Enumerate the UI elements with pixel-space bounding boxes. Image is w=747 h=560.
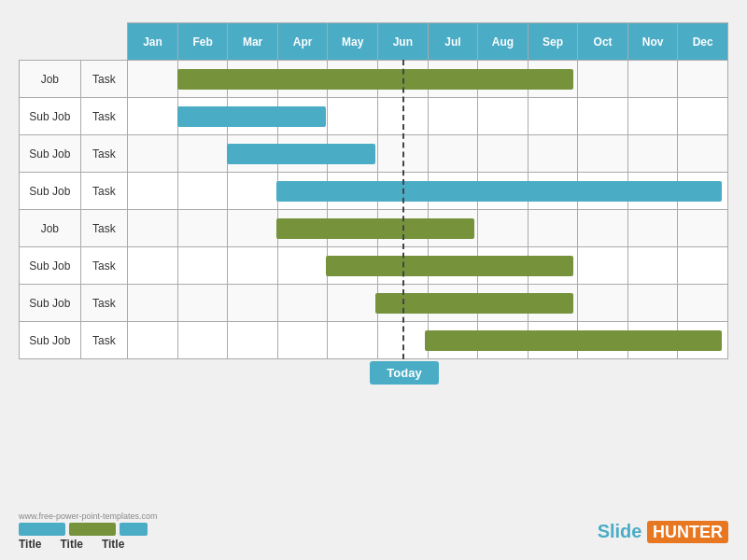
month-cell xyxy=(328,322,378,359)
footer: www.free-power-point-templates.com Title… xyxy=(19,511,728,551)
table-row: Sub JobTask xyxy=(20,285,728,322)
month-cell xyxy=(128,98,178,135)
month-cell xyxy=(378,285,429,322)
month-cell xyxy=(378,98,429,135)
month-cell xyxy=(428,61,478,98)
month-cell xyxy=(678,98,728,135)
job-label: Sub Job xyxy=(20,247,81,285)
month-cell xyxy=(478,285,529,322)
month-cell xyxy=(428,285,478,322)
month-cell xyxy=(578,61,628,98)
month-cell xyxy=(128,135,178,173)
month-cell xyxy=(478,210,529,247)
month-cell xyxy=(378,135,429,173)
month-cell xyxy=(528,285,578,322)
month-cell xyxy=(228,210,278,247)
month-jul: Jul xyxy=(428,23,478,61)
job-label: Sub Job xyxy=(20,135,81,173)
month-cell xyxy=(678,322,728,359)
month-cell xyxy=(528,61,578,98)
month-cell xyxy=(177,322,228,359)
today-button-area: Today xyxy=(19,361,728,391)
brand-slide: Slide xyxy=(598,521,642,541)
table-row: JobTask xyxy=(20,61,728,98)
month-cell xyxy=(378,210,429,247)
month-cell xyxy=(177,61,228,98)
header-empty2 xyxy=(80,23,128,61)
month-cell xyxy=(328,247,378,285)
job-label: Job xyxy=(20,210,81,247)
month-cell xyxy=(528,135,578,173)
month-jan: Jan xyxy=(128,23,178,61)
table-row: JobTask xyxy=(20,210,728,247)
legend-titles: Title Title Title xyxy=(19,538,158,551)
month-cell xyxy=(328,285,378,322)
month-cell xyxy=(678,61,728,98)
month-cell xyxy=(277,210,328,247)
month-cell xyxy=(478,322,529,359)
month-cell xyxy=(177,210,228,247)
legend-title-3: Title xyxy=(102,538,124,551)
month-aug: Aug xyxy=(478,23,529,61)
month-cell xyxy=(528,322,578,359)
month-cell xyxy=(277,247,328,285)
month-cell xyxy=(627,247,678,285)
month-apr: Apr xyxy=(277,23,328,61)
month-cell xyxy=(528,173,578,210)
month-cell xyxy=(128,173,178,210)
month-sep: Sep xyxy=(528,23,578,61)
month-cell xyxy=(678,135,728,173)
month-cell xyxy=(378,247,429,285)
today-button[interactable]: Today xyxy=(370,361,438,385)
table-row: Sub JobTask xyxy=(20,173,728,210)
task-label: Task xyxy=(80,61,128,98)
month-cell xyxy=(478,98,529,135)
month-cell xyxy=(627,322,678,359)
watermark: www.free-power-point-templates.com xyxy=(19,511,158,521)
month-cell xyxy=(228,247,278,285)
month-cell xyxy=(228,322,278,359)
month-cell xyxy=(627,210,678,247)
month-cell xyxy=(128,210,178,247)
month-cell xyxy=(627,135,678,173)
legend-bar-blue2 xyxy=(120,523,148,536)
month-cell xyxy=(428,210,478,247)
month-cell xyxy=(578,247,628,285)
month-nov: Nov xyxy=(627,23,678,61)
month-cell xyxy=(328,98,378,135)
month-cell xyxy=(228,135,278,173)
month-cell xyxy=(228,61,278,98)
job-label: Sub Job xyxy=(20,285,81,322)
legend-bars xyxy=(19,523,158,536)
task-label: Task xyxy=(80,173,128,210)
month-cell xyxy=(277,135,328,173)
task-label: Task xyxy=(80,285,128,322)
task-label: Task xyxy=(80,98,128,135)
task-label: Task xyxy=(80,135,128,173)
month-feb: Feb xyxy=(177,23,228,61)
month-cell xyxy=(627,61,678,98)
month-cell xyxy=(177,285,228,322)
month-cell xyxy=(428,135,478,173)
month-cell xyxy=(328,173,378,210)
gantt-table: Jan Feb Mar Apr May Jun Jul Aug Sep Oct … xyxy=(19,22,728,359)
month-cell xyxy=(128,61,178,98)
month-cell xyxy=(128,285,178,322)
month-cell xyxy=(627,98,678,135)
month-cell xyxy=(578,135,628,173)
month-cell xyxy=(578,98,628,135)
month-oct: Oct xyxy=(578,23,628,61)
month-cell xyxy=(578,173,628,210)
month-mar: Mar xyxy=(228,23,278,61)
month-cell xyxy=(177,247,228,285)
month-cell xyxy=(678,247,728,285)
task-label: Task xyxy=(80,247,128,285)
month-cell xyxy=(378,322,429,359)
gantt-container: Jan Feb Mar Apr May Jun Jul Aug Sep Oct … xyxy=(19,22,728,359)
month-cell xyxy=(528,210,578,247)
month-cell xyxy=(428,173,478,210)
month-cell xyxy=(678,173,728,210)
month-cell xyxy=(378,61,429,98)
month-may: May xyxy=(328,23,378,61)
task-label: Task xyxy=(80,322,128,359)
